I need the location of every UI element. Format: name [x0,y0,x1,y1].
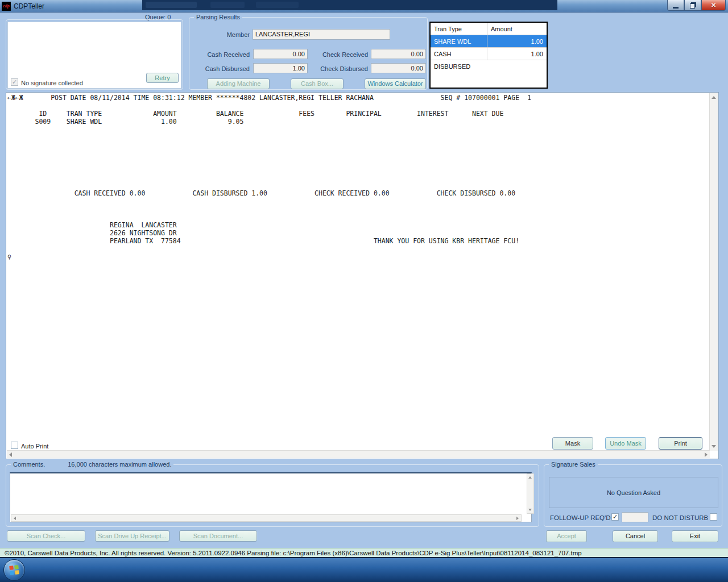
scan-check-button[interactable]: Scan Check... [7,530,85,542]
adding-machine-button[interactable]: Adding Machine [207,78,270,89]
window-title: CDPTeller [14,2,44,10]
member-field[interactable]: LANCASTER,REGI [253,29,390,40]
tran-type-cell: SHARE WDL [431,35,487,47]
no-signature-checkbox[interactable]: ✓ [11,78,18,86]
scroll-left-icon[interactable] [9,452,12,457]
retry-button[interactable]: Retry [146,73,179,83]
parsing-results-group: Parsing Results Member LANCASTER,REGI Ca… [189,17,428,90]
signature-sales-group: Signature Sales No Question Asked FOLLOW… [544,464,722,527]
check-disbursed-label: Check Disbursed [319,65,368,72]
auto-print-label: Auto Print [21,443,48,450]
cash-received-field[interactable]: 0.00 [253,49,308,59]
amount-cell: 1.00 [487,48,547,60]
print-button[interactable]: Print [659,437,702,450]
restore-button[interactable] [684,0,701,11]
comments-limit-note: 16,000 characters maximum allowed. [68,461,171,468]
follow-up-checkbox[interactable]: ✓ [611,513,619,521]
amount-column-header[interactable]: Amount [487,23,547,35]
cash-disbursed-label: Cash Disbursed [201,65,250,72]
table-row[interactable]: CASH DISBURSED 1.00 [431,48,547,60]
check-disbursed-field[interactable]: 0.00 [371,63,426,73]
signature-sales-title: Signature Sales [549,461,598,468]
cash-box-button[interactable]: Cash Box... [291,78,344,89]
close-icon: ✕ [711,2,716,9]
cdpteller-window: cdp CDPTeller ✕ Queue: 0 ✓ No signature … [0,0,728,582]
receipt-text: ←Ж←Ж POST DATE 08/11/2014 TIME 08:31:12 … [7,94,531,261]
tran-type-column-header[interactable]: Tran Type [431,23,487,35]
scroll-up-icon[interactable] [712,96,716,99]
accept-button[interactable]: Accept [546,530,587,542]
comments-group: Comments. 16,000 characters maximum allo… [6,464,539,527]
undo-mask-button[interactable]: Undo Mask [605,437,646,450]
tran-type-cell: CASH DISBURSED [431,48,487,60]
windows-calculator-button[interactable]: Windows Calculator [365,78,426,89]
title-bar: cdp CDPTeller ✕ [0,0,728,13]
scroll-left-icon[interactable] [14,517,16,520]
parsing-results-title: Parsing Results [194,14,242,20]
scan-drive-up-receipt-button[interactable]: Scan Drive Up Receipt... [95,530,169,542]
table-row[interactable]: SHARE WDL 1.00 [431,35,547,48]
no-signature-label: No signature collected [21,80,83,86]
check-received-label: Check Received [319,51,368,58]
start-button[interactable] [3,559,25,581]
tran-table: Tran Type Amount SHARE WDL 1.00 CASH DIS… [429,22,548,89]
amount-cell: 1.00 [487,35,547,47]
status-text: ©2010, Carswell Data Products, Inc. All … [5,550,582,556]
titlebar-obscured-band [142,0,557,10]
close-button[interactable]: ✕ [701,0,726,11]
scan-document-button[interactable]: Scan Document... [179,530,257,542]
cash-disbursed-field[interactable]: 1.00 [253,63,308,73]
app-icon: cdp [2,2,11,11]
check-received-field[interactable]: 0.00 [371,49,426,59]
signature-panel: ✓ No signature collected Retry [6,19,183,90]
horizontal-scrollbar[interactable] [7,450,710,458]
comments-horizontal-scrollbar[interactable] [11,514,522,522]
scroll-down-icon[interactable] [528,509,532,511]
minimize-icon [673,7,679,9]
scroll-up-icon[interactable] [528,476,532,479]
scroll-right-icon[interactable] [705,452,708,457]
minimize-button[interactable] [667,0,684,11]
do-not-disturb-label: DO NOT DISTURB [652,514,708,521]
status-bar: ©2010, Carswell Data Products, Inc. All … [0,548,728,558]
comments-vertical-scrollbar[interactable] [527,473,534,514]
receipt-panel: ←Ж←Ж POST DATE 08/11/2014 TIME 08:31:12 … [6,92,719,459]
follow-up-field[interactable] [622,512,648,522]
cash-received-label: Cash Received [201,51,250,58]
exit-button[interactable]: Exit [672,530,718,542]
do-not-disturb-checkbox[interactable] [710,513,717,521]
vertical-scrollbar[interactable] [709,93,718,451]
follow-up-label: FOLLOW-UP REQ'D [550,514,611,521]
windows-flag-icon [9,565,19,575]
scroll-down-icon[interactable] [712,445,716,448]
auto-print-checkbox[interactable] [11,442,18,449]
comments-header: Comments. 16,000 characters maximum allo… [11,461,173,468]
taskbar: e cdp [0,558,728,582]
comments-title: Comments. [13,461,45,468]
cancel-button[interactable]: Cancel [613,530,658,542]
tran-table-header: Tran Type Amount [431,23,547,35]
restore-icon [690,3,695,9]
scroll-right-icon[interactable] [516,517,519,520]
member-label: Member [206,31,250,38]
signature-sales-message: No Question Asked [549,477,718,508]
mask-button[interactable]: Mask [552,437,593,450]
